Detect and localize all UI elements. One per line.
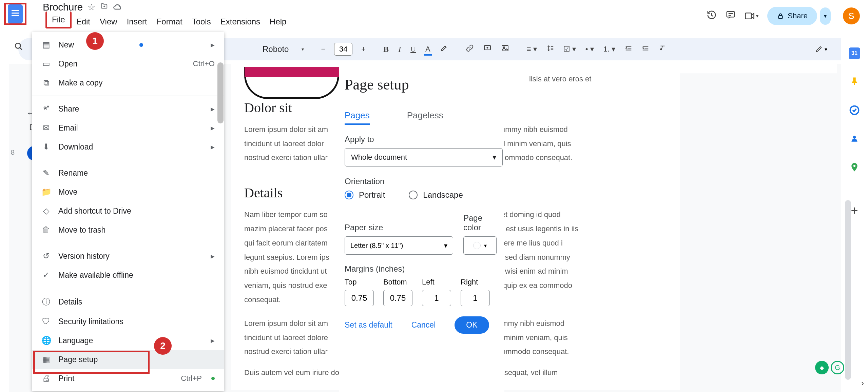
download-icon: ⬇: [41, 142, 51, 152]
underline-button[interactable]: U: [406, 42, 420, 56]
tab-pageless[interactable]: Pageless: [407, 107, 443, 125]
header: Brochure ☆ File Edit View Insert Format …: [0, 0, 868, 22]
radio-portrait[interactable]: Portrait: [345, 190, 385, 200]
ok-button[interactable]: OK: [455, 316, 489, 334]
menu-item-open[interactable]: ▭ Open Ctrl+O: [32, 54, 224, 73]
body-text: lit, sed diam nonummy: [496, 250, 579, 264]
share-dropdown[interactable]: ▾: [820, 7, 831, 25]
menu-label: Page setup: [58, 355, 98, 364]
tab-pages[interactable]: Pages: [345, 107, 370, 125]
link-button[interactable]: [462, 41, 478, 57]
star-icon[interactable]: ☆: [88, 2, 95, 13]
line-spacing-button[interactable]: [542, 42, 558, 57]
calendar-icon[interactable]: 31: [849, 47, 860, 59]
menu-item-rename[interactable]: ✎ Rename: [32, 163, 224, 182]
history-icon[interactable]: [707, 10, 717, 22]
menu-item-share[interactable]: Share ▸: [32, 99, 224, 118]
menu-label: Security limitations: [58, 317, 123, 326]
maps-icon[interactable]: [849, 161, 860, 173]
menu-item-make-copy[interactable]: ⧉ Make a copy: [32, 73, 224, 92]
body-text: nibh euismod tincidunt ut: [244, 264, 329, 278]
menu-item-move[interactable]: 📁 Move: [32, 182, 224, 201]
menu-label: Language: [58, 336, 93, 345]
menu-item-offline[interactable]: ✓ Make available offline: [32, 266, 224, 285]
menu-insert[interactable]: Insert: [122, 15, 152, 28]
menu-item-details[interactable]: ⓘ Details: [32, 292, 224, 312]
body-text: nostrud exerci tation ullar: [244, 151, 328, 165]
increase-indent-button[interactable]: [638, 42, 653, 57]
title-area: Brochure ☆ File Edit View Insert Format …: [29, 3, 707, 28]
margin-right-input[interactable]: [461, 290, 490, 306]
apply-to-select[interactable]: Whole document ▾: [345, 148, 503, 166]
menu-item-page-setup[interactable]: ▦ Page setup: [32, 350, 224, 369]
decrease-size[interactable]: −: [317, 42, 329, 56]
account-avatar[interactable]: S: [843, 7, 860, 24]
checklist-button[interactable]: ☑ ▾: [559, 42, 580, 56]
grammarly-g-icon: G: [831, 361, 844, 374]
chevron-right-icon: ▸: [211, 142, 215, 152]
margin-top-input[interactable]: [345, 290, 374, 306]
keep-icon[interactable]: [849, 76, 860, 87]
search-icon[interactable]: [14, 42, 23, 53]
menu-item-language[interactable]: 🌐 Language ▸: [32, 331, 224, 350]
font-selector[interactable]: Roboto: [263, 44, 289, 54]
body-text: aliquip ex ea commodo: [496, 278, 579, 293]
document-scrollbar[interactable]: [845, 200, 851, 380]
body-text: consequat.: [244, 293, 329, 307]
clear-formatting-button[interactable]: [655, 42, 670, 57]
add-comment-button[interactable]: [479, 41, 496, 57]
margin-left-input[interactable]: [422, 290, 451, 306]
paper-size-select[interactable]: Letter (8.5" x 11") ▾: [345, 236, 453, 255]
menu-help[interactable]: Help: [265, 15, 291, 28]
hide-sidepanel-icon[interactable]: ›: [861, 378, 864, 388]
cloud-status-icon[interactable]: [113, 2, 122, 13]
menu-extensions[interactable]: Extensions: [216, 15, 265, 28]
menu-item-print[interactable]: 🖨 Print Ctrl+P: [32, 369, 224, 388]
menu-scrollbar[interactable]: [217, 62, 224, 123]
body-text: m; est usus legentis in iis: [496, 222, 579, 236]
decrease-indent-button[interactable]: [621, 42, 636, 57]
text-color-button[interactable]: A: [421, 42, 435, 56]
menu-view[interactable]: View: [95, 15, 122, 28]
menu-label: Rename: [58, 169, 88, 178]
add-addon-icon[interactable]: +: [851, 203, 858, 218]
document-title[interactable]: Brochure: [43, 1, 83, 13]
menu-format[interactable]: Format: [152, 15, 187, 28]
menu-item-email[interactable]: ✉ Email ▸: [32, 118, 224, 137]
file-menu-dropdown: ▤ New ▸ ▭ Open Ctrl+O ⧉ Make a copy Shar…: [32, 32, 224, 391]
insert-image-button[interactable]: [497, 41, 513, 57]
menu-item-add-shortcut[interactable]: ◇ Add shortcut to Drive: [32, 201, 224, 220]
docs-app-icon[interactable]: [8, 4, 23, 23]
menu-item-download[interactable]: ⬇ Download ▸: [32, 137, 224, 156]
grammarly-widget[interactable]: ◆ G: [815, 361, 844, 374]
menu-tools[interactable]: Tools: [187, 15, 216, 28]
tasks-icon[interactable]: [849, 104, 860, 116]
increase-size[interactable]: +: [357, 42, 370, 56]
menu-item-trash[interactable]: 🗑 Move to trash: [32, 220, 224, 239]
menu-edit[interactable]: Edit: [72, 15, 95, 28]
meet-icon[interactable]: ▾: [745, 12, 758, 20]
comments-icon[interactable]: [726, 10, 736, 22]
move-folder-icon[interactable]: [100, 2, 108, 12]
contacts-icon[interactable]: [849, 133, 860, 144]
highlight-button[interactable]: [436, 41, 452, 57]
cancel-button[interactable]: Cancel: [411, 320, 436, 330]
menu-item-security[interactable]: 🛡 Security limitations: [32, 312, 224, 331]
radio-landscape[interactable]: Landscape: [409, 190, 463, 200]
set-default-button[interactable]: Set as default: [345, 320, 392, 330]
numbered-list-button[interactable]: 1. ▾: [599, 42, 619, 56]
menu-item-new[interactable]: ▤ New ▸: [32, 35, 224, 54]
edit-mode-button[interactable]: ▾: [815, 45, 827, 53]
menu-file[interactable]: File: [45, 12, 72, 28]
italic-button[interactable]: I: [394, 42, 405, 57]
bold-button[interactable]: B: [379, 42, 393, 57]
align-button[interactable]: ≡ ▾: [523, 42, 541, 56]
page-color-select[interactable]: ▾: [463, 236, 497, 255]
font-dropdown-icon[interactable]: ▾: [302, 46, 304, 52]
bulleted-list-button[interactable]: • ▾: [581, 42, 598, 56]
share-button[interactable]: Share: [767, 7, 817, 25]
margin-bottom-input[interactable]: [383, 290, 412, 306]
menu-item-version-history[interactable]: ↺ Version history ▸: [32, 247, 224, 266]
font-size-input[interactable]: [334, 43, 352, 56]
body-text: Ut wisi enim ad minim: [496, 264, 579, 278]
